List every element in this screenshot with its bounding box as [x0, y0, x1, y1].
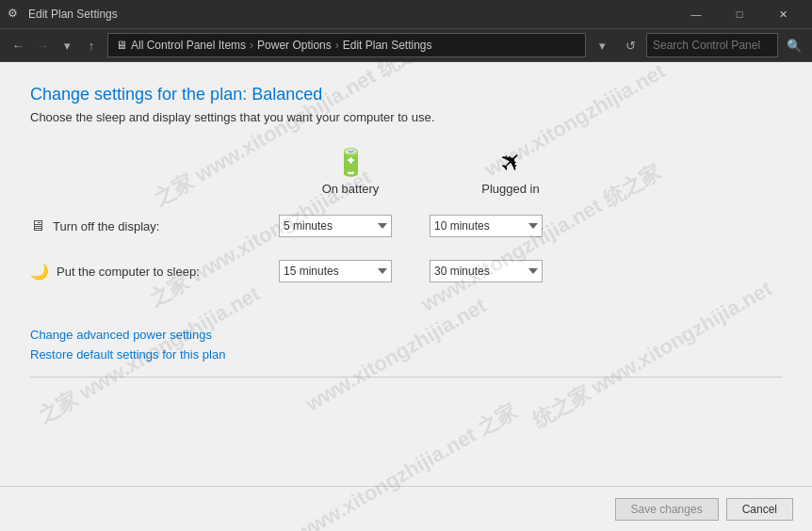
plugged-column-header: ✈ Plugged in	[426, 147, 595, 207]
save-button[interactable]: Save changes	[615, 498, 719, 521]
window-controls: — □ ✕	[674, 0, 804, 28]
window-title: Edit Plan Settings	[28, 8, 674, 21]
display-setting-icon: 🖥	[30, 217, 45, 234]
dropdown-button[interactable]: ▾	[55, 33, 79, 57]
plugged-label: Plugged in	[481, 182, 539, 196]
column-headers: 🔋 On battery ✈ Plugged in	[275, 147, 782, 207]
back-button[interactable]: ←	[6, 33, 30, 57]
page-title: Change settings for the plan: Balanced	[30, 85, 782, 105]
path-dropdown-button[interactable]: ▾	[590, 33, 614, 57]
display-label: 🖥 Turn off the display:	[30, 208, 275, 244]
search-input[interactable]	[646, 33, 778, 57]
close-button[interactable]: ✕	[761, 0, 804, 28]
advanced-settings-link[interactable]: Change advanced power settings	[30, 328, 782, 342]
forward-button[interactable]: →	[30, 33, 55, 57]
address-bar: ← → ▾ ↑ 🖥 All Control Panel Items › Powe…	[0, 28, 812, 62]
sleep-battery-select[interactable]: 1 minute 2 minutes 3 minutes 5 minutes 1…	[279, 260, 392, 282]
display-label-text: Turn off the display:	[53, 219, 159, 233]
display-plugged-select[interactable]: 1 minute 2 minutes 3 minutes 5 minutes 1…	[430, 215, 543, 237]
display-battery-select[interactable]: 1 minute 2 minutes 3 minutes 5 minutes 1…	[279, 215, 392, 237]
settings-table: 🔋 On battery ✈ Plugged in 🖥 Turn off the…	[30, 147, 782, 298]
sleep-plugged-dropdown: 1 minute 2 minutes 3 minutes 5 minutes 1…	[426, 252, 595, 290]
title-bar: ⚙ Edit Plan Settings — □ ✕	[0, 0, 812, 28]
sleep-plugged-select[interactable]: 1 minute 2 minutes 3 minutes 5 minutes 1…	[430, 260, 543, 282]
address-right: ▾ ↺ 🔍	[590, 33, 806, 57]
sleep-label: 🌙 Put the computer to sleep:	[30, 253, 275, 290]
sleep-setting-icon: 🌙	[30, 263, 49, 281]
cancel-button[interactable]: Cancel	[726, 498, 793, 521]
page-subtitle: Choose the sleep and display settings th…	[30, 110, 782, 124]
restore-defaults-link[interactable]: Restore default settings for this plan	[30, 347, 782, 362]
maximize-button[interactable]: □	[718, 0, 761, 28]
path-segment-1: All Control Panel Items	[131, 39, 246, 52]
search-icon[interactable]: 🔍	[782, 33, 806, 57]
battery-column-header: 🔋 On battery	[275, 147, 426, 207]
content-area: 之家 www.xitongzhijia.net 统之家 www.xitongzh…	[0, 62, 812, 531]
path-segment-2: Power Options	[257, 39, 332, 52]
inner-content: Change settings for the plan: Balanced C…	[0, 62, 812, 404]
minimize-button[interactable]: —	[674, 0, 718, 28]
battery-icon: 🔋	[334, 147, 367, 178]
sleep-battery-dropdown: 1 minute 2 minutes 3 minutes 5 minutes 1…	[275, 252, 426, 290]
refresh-button[interactable]: ↺	[618, 33, 642, 57]
path-sep-2: ›	[335, 39, 339, 52]
bottom-bar: Save changes Cancel	[0, 486, 812, 531]
battery-label: On battery	[322, 182, 380, 196]
window-icon: ⚙	[8, 7, 23, 22]
sleep-label-text: Put the computer to sleep:	[57, 265, 200, 279]
display-battery-dropdown: 1 minute 2 minutes 3 minutes 5 minutes 1…	[275, 207, 426, 245]
up-button[interactable]: ↑	[79, 33, 104, 57]
path-segment-3: Edit Plan Settings	[343, 39, 432, 52]
sleep-setting-row: 🌙 Put the computer to sleep: 1 minute 2 …	[30, 252, 782, 290]
path-sep-1: ›	[250, 39, 253, 52]
display-plugged-dropdown: 1 minute 2 minutes 3 minutes 5 minutes 1…	[426, 207, 595, 245]
display-setting-row: 🖥 Turn off the display: 1 minute 2 minut…	[30, 207, 782, 245]
plugged-icon: ✈	[492, 144, 529, 182]
control-panel-icon: 🖥	[116, 39, 127, 52]
links-section: Change advanced power settings Restore d…	[30, 320, 782, 362]
separator	[30, 377, 782, 378]
address-path[interactable]: 🖥 All Control Panel Items › Power Option…	[107, 33, 586, 57]
